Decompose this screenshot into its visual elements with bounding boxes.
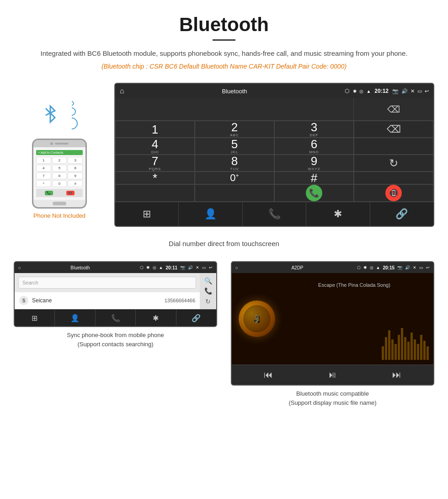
cell-empty-3 [354, 172, 433, 184]
key-6[interactable]: 6MNO [274, 138, 354, 155]
key-0[interactable]: 0+ [195, 172, 274, 184]
nav-grid[interactable]: ⊞ [115, 202, 179, 226]
dialpad-grid: 1 2ABC 3DEF ⌫ 4GHI 5JKL [115, 121, 433, 202]
music-screen: ⌂ A2DP ⬡ ✱ ◎ ▲ 20:15 📷 🔊 ✕ ▭ ↩ ♫ [231, 261, 434, 386]
music-cam-icon: 📷 [397, 265, 402, 270]
contacts-sig-icon: ▲ [159, 265, 163, 270]
contacts-time: 20:11 [165, 265, 177, 270]
key-hash[interactable]: # [274, 172, 354, 184]
key-8[interactable]: 8TUV [195, 155, 274, 172]
contact-number: 13566664466 [165, 298, 195, 303]
key-5[interactable]: 5JKL [195, 138, 274, 155]
phone-end-btn[interactable]: 📵 [66, 191, 75, 195]
music-close-icon: ✕ [413, 265, 416, 270]
contacts-min-icon: ▭ [202, 265, 206, 270]
end-call-button[interactable]: 📵 [354, 184, 433, 202]
contacts-nav-grid[interactable]: ⊞ [15, 310, 55, 326]
dialpad-area: ⌫ 1 2ABC 3DEF ⌫ 4GHI [115, 98, 433, 202]
music-home-icon[interactable]: ⌂ [235, 265, 238, 270]
key-2[interactable]: 2ABC [195, 121, 274, 138]
phone-call-btn[interactable]: 📞 [45, 191, 53, 195]
nav-link[interactable]: 🔗 [370, 202, 433, 226]
music-screen-title: A2DP [240, 265, 354, 270]
eq-bars [382, 328, 429, 360]
contacts-bt-icon: ✱ [146, 265, 150, 270]
key-star[interactable]: * [115, 172, 195, 184]
contacts-screen-title: Bluetooth [23, 265, 137, 270]
bluetooth-symbol [41, 102, 64, 129]
red-call-icon: 📵 [385, 185, 402, 201]
contacts-nav-phone[interactable]: 📞 [96, 310, 136, 326]
wifi-waves [69, 101, 78, 129]
nav-phone[interactable]: 📞 [243, 202, 306, 226]
search-sidebar-icon[interactable]: 🔍 [204, 277, 212, 284]
usb-icon: ⬡ [345, 88, 349, 94]
key-3[interactable]: 3DEF [274, 121, 354, 138]
skip-next-button[interactable]: ⏭ [392, 370, 401, 380]
camera-icon[interactable]: 📷 [392, 88, 399, 94]
music-min-icon: ▭ [419, 265, 423, 270]
phone-not-included: Phone Not Included [33, 212, 85, 219]
volume-icon[interactable]: 🔊 [401, 88, 408, 94]
backspace-button[interactable]: ⌫ [354, 98, 433, 120]
phone-banner: + Add to Contacts [36, 150, 83, 155]
page-title: Bluetooth [0, 14, 448, 36]
close-icon[interactable]: ✕ [411, 88, 415, 94]
contacts-nav-link[interactable]: 🔗 [176, 310, 216, 326]
music-controls: ⏮ ⏯ ⏭ [232, 365, 433, 385]
key-7[interactable]: 7PQRS [115, 155, 195, 172]
contacts-nav-bt[interactable]: ✱ [136, 310, 176, 326]
reload-icon: ↻ [389, 157, 398, 170]
contacts-area: Search S Seicane 13566664466 [15, 273, 200, 309]
contacts-home-icon[interactable]: ⌂ [18, 265, 21, 270]
key-1[interactable]: 1 [115, 121, 195, 138]
cell-reload[interactable]: ↻ [354, 155, 433, 172]
contacts-sidebar: 🔍 📞 ↻ [200, 273, 216, 309]
key-4[interactable]: 4GHI [115, 138, 195, 155]
reload-sidebar-icon[interactable]: ↻ [205, 298, 211, 305]
bluetooth-icon-area [41, 101, 78, 129]
dialpad-display-row: ⌫ [115, 98, 433, 121]
contact-name: Seicane [32, 297, 161, 304]
green-call-icon: 📞 [306, 185, 322, 201]
skip-prev-button[interactable]: ⏮ [264, 370, 273, 380]
home-icon[interactable]: ⌂ [120, 87, 124, 95]
key-9[interactable]: 9WXYZ [274, 155, 354, 172]
window-icon[interactable]: ▭ [417, 88, 422, 94]
phone-section: + Add to Contacts 1 2 3 4 5 6 7 8 9 * 0 … [14, 83, 105, 219]
music-usb-icon: ⬡ [357, 265, 361, 270]
time-display: 20:12 [374, 88, 389, 94]
phone-dialpad: 1 2 3 4 5 6 7 8 9 * 0 # [36, 157, 83, 187]
phone-speaker [55, 143, 69, 145]
contacts-back-icon: ↩ [209, 265, 213, 270]
contacts-usb-icon: ⬡ [140, 265, 144, 270]
phone-camera [50, 142, 53, 145]
search-placeholder: Search [22, 280, 38, 285]
search-input[interactable]: Search [18, 277, 196, 289]
contact-row[interactable]: S Seicane 13566664466 [15, 292, 200, 309]
play-pause-button[interactable]: ⏯ [328, 370, 337, 380]
nav-contacts[interactable]: 👤 [179, 202, 242, 226]
nav-bluetooth[interactable]: ✱ [306, 202, 370, 226]
song-title: Escape (The Pina Colada Song) [280, 282, 429, 288]
music-loc-icon: ◎ [370, 265, 373, 270]
music-vol-icon: 🔊 [405, 265, 410, 270]
music-caption: Bluetooth music compatible(Support displ… [288, 389, 376, 407]
status-icons: ✱ ◎ ▲ [353, 89, 371, 94]
phone-home-btn [53, 202, 66, 205]
backspace-icon-2: ⌫ [387, 123, 401, 135]
cell-empty-1: ⌫ [354, 121, 433, 138]
music-bt-icon: ✱ [363, 265, 367, 270]
title-divider [213, 39, 235, 41]
music-sig-icon: ▲ [376, 265, 380, 270]
main-content: + Add to Contacts 1 2 3 4 5 6 7 8 9 * 0 … [0, 74, 448, 236]
car-screen-large: ⌂ Bluetooth ⬡ ✱ ◎ ▲ 20:12 📷 🔊 ✕ ▭ ↩ ⌫ [114, 83, 434, 227]
search-bar-area: Search [15, 273, 200, 292]
contact-letter: S [19, 296, 28, 305]
contacts-nav-person[interactable]: 👤 [55, 310, 95, 326]
right-icons: 📷 🔊 ✕ ▭ ↩ [392, 88, 429, 94]
phone-sidebar-icon[interactable]: 📞 [204, 287, 212, 295]
call-button[interactable]: 📞 [274, 184, 354, 202]
back-icon[interactable]: ↩ [425, 88, 429, 94]
phone-top-bar [33, 140, 85, 147]
